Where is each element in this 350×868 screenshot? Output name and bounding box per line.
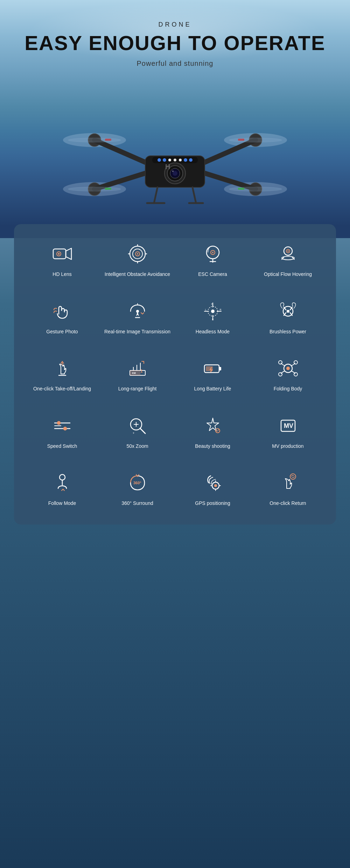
beauty-icon xyxy=(201,414,225,438)
hero-text: DRONE EASY ENOUGH TO OPERATE Powerful an… xyxy=(24,0,325,68)
realtime-label: Real-time Image Transmission xyxy=(104,328,170,335)
hd-lens-label: HD Lens xyxy=(52,271,71,278)
svg-point-52 xyxy=(212,252,214,253)
svg-point-100 xyxy=(59,474,65,480)
battery-icon xyxy=(201,356,225,381)
surround-label: 360° Surround xyxy=(121,500,153,507)
svg-text:KM: KM xyxy=(132,372,136,374)
svg-text:F: F xyxy=(211,303,212,305)
longrange-label: Long-range Flight xyxy=(118,386,157,393)
svg-point-16 xyxy=(168,159,171,161)
feature-gps: GPS positioning xyxy=(175,467,250,511)
svg-point-108 xyxy=(290,474,296,479)
feature-surround: 360° 360° Surround xyxy=(100,467,175,511)
gps-icon xyxy=(201,471,225,495)
svg-point-25 xyxy=(172,171,174,172)
feature-gesture: Gesture Photo xyxy=(24,296,100,339)
svg-point-20 xyxy=(189,158,192,162)
svg-point-103 xyxy=(214,484,217,487)
feature-esc: ESC Camera xyxy=(175,238,250,282)
realtime-icon xyxy=(125,299,150,324)
brushless-icon xyxy=(276,299,300,324)
svg-point-90 xyxy=(63,427,67,430)
svg-point-38 xyxy=(229,187,282,191)
headless-icon: F B L R xyxy=(201,299,225,324)
gesture-icon xyxy=(50,299,75,324)
svg-text:H: H xyxy=(165,163,170,171)
svg-rect-79 xyxy=(219,367,221,370)
zoom-label: 50x Zoom xyxy=(126,443,148,450)
svg-point-36 xyxy=(229,138,282,142)
feature-obstacle: Intelligent Obstacle Avoidance xyxy=(100,238,175,282)
feature-longrange: KM 1 Long-range Flight xyxy=(100,353,175,396)
svg-line-8 xyxy=(94,140,150,165)
features-grid: HD Lens Intelligent Obstac xyxy=(24,238,326,511)
svg-text:+: + xyxy=(133,431,134,435)
svg-text:MV: MV xyxy=(284,422,293,429)
feature-optical: Optical Flow Hovering xyxy=(250,238,326,282)
feature-zoom: + 50x Zoom xyxy=(100,410,175,453)
folding-icon xyxy=(276,356,300,381)
feature-hd-lens: HD Lens xyxy=(24,238,100,282)
mv-icon: MV xyxy=(276,414,300,438)
esc-icon xyxy=(201,242,225,266)
takeoff-icon xyxy=(50,356,75,381)
features-section: HD Lens Intelligent Obstac xyxy=(14,224,336,525)
feature-brushless: Brushless Power xyxy=(250,296,326,339)
svg-text:1: 1 xyxy=(140,369,143,374)
feature-return: One-click Return xyxy=(250,467,326,511)
svg-point-46 xyxy=(137,253,138,255)
folding-label: Folding Body xyxy=(274,386,302,393)
svg-point-42 xyxy=(58,253,59,255)
feature-headless: F B L R Headless Mode xyxy=(175,296,250,339)
svg-point-84 xyxy=(294,361,298,364)
svg-marker-40 xyxy=(66,248,71,259)
svg-line-27 xyxy=(154,187,158,203)
esc-label: ESC Camera xyxy=(198,271,227,278)
gesture-label: Gesture Photo xyxy=(46,328,78,335)
zoom-icon: + xyxy=(125,414,150,438)
return-label: One-click Return xyxy=(270,500,306,507)
obstacle-label: Intelligent Obstacle Avoidance xyxy=(105,271,170,278)
feature-folding: Folding Body xyxy=(250,353,326,396)
svg-point-82 xyxy=(286,367,290,370)
svg-point-89 xyxy=(57,421,61,425)
drone-image: H xyxy=(52,105,298,238)
hero-subtitle: Powerful and stunning xyxy=(24,60,325,68)
follow-icon xyxy=(50,471,75,495)
svg-text:B: B xyxy=(212,318,214,321)
feature-mv: MV MV production xyxy=(250,410,326,453)
optical-icon xyxy=(276,242,300,266)
svg-text:R: R xyxy=(219,308,221,311)
svg-text:360°: 360° xyxy=(133,481,141,485)
longrange-icon: KM 1 xyxy=(125,356,150,381)
gps-label: GPS positioning xyxy=(195,500,230,507)
surround-icon: 360° xyxy=(125,471,150,495)
svg-point-57 xyxy=(136,310,139,313)
mv-label: MV production xyxy=(272,443,303,450)
page-wrapper: DRONE EASY ENOUGH TO OPERATE Powerful an… xyxy=(0,0,350,868)
svg-line-9 xyxy=(200,140,255,165)
svg-point-86 xyxy=(294,373,298,376)
feature-speed: Speed Switch xyxy=(24,410,100,453)
svg-line-93 xyxy=(140,428,145,433)
svg-point-14 xyxy=(158,158,161,162)
svg-point-17 xyxy=(174,159,176,161)
svg-point-69 xyxy=(287,310,289,313)
hd-lens-icon xyxy=(50,242,75,266)
obstacle-icon xyxy=(125,242,150,266)
svg-point-83 xyxy=(279,361,282,364)
svg-point-55 xyxy=(287,250,289,252)
headless-label: Headless Mode xyxy=(196,328,230,335)
svg-line-28 xyxy=(192,187,196,203)
speed-label: Speed Switch xyxy=(47,443,77,450)
speed-icon xyxy=(50,414,75,438)
brand-label: DRONE xyxy=(24,21,325,28)
svg-point-35 xyxy=(68,138,121,142)
svg-point-19 xyxy=(184,158,187,162)
feature-battery: Long Battery Life xyxy=(175,353,250,396)
svg-point-85 xyxy=(279,373,282,376)
svg-point-18 xyxy=(179,159,182,161)
feature-follow: Follow Mode xyxy=(24,467,100,511)
hero-section: DRONE EASY ENOUGH TO OPERATE Powerful an… xyxy=(0,0,350,238)
